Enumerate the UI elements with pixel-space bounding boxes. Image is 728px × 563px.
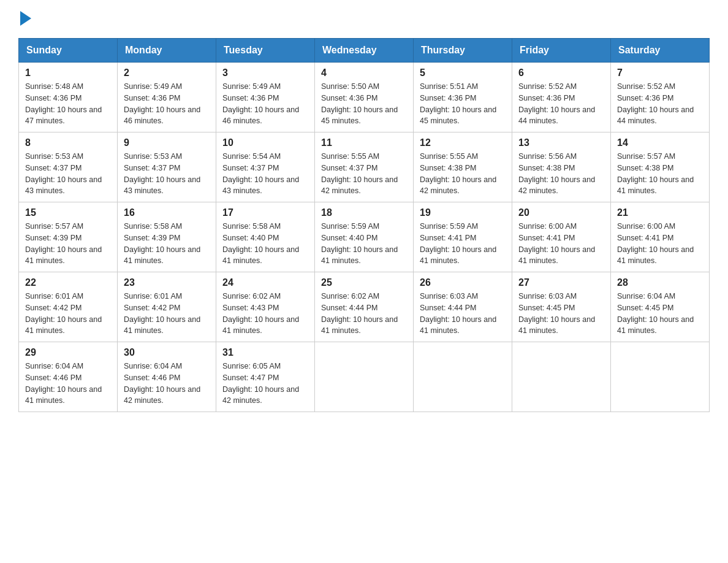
calendar-cell: 16Sunrise: 5:58 AMSunset: 4:39 PMDayligh…: [118, 202, 216, 272]
day-info: Sunrise: 5:49 AMSunset: 4:36 PMDaylight:…: [222, 81, 308, 127]
calendar-cell: 5Sunrise: 5:51 AMSunset: 4:36 PMDaylight…: [414, 63, 512, 132]
calendar-cell: 11Sunrise: 5:55 AMSunset: 4:37 PMDayligh…: [315, 132, 414, 202]
calendar-week-row: 8Sunrise: 5:53 AMSunset: 4:37 PMDaylight…: [19, 132, 710, 202]
calendar-cell: 25Sunrise: 6:02 AMSunset: 4:44 PMDayligh…: [315, 272, 414, 342]
day-number: 5: [420, 67, 506, 79]
day-info: Sunrise: 5:55 AMSunset: 4:37 PMDaylight:…: [321, 151, 407, 197]
calendar-cell: 23Sunrise: 6:01 AMSunset: 4:42 PMDayligh…: [118, 272, 216, 342]
calendar-week-row: 29Sunrise: 6:04 AMSunset: 4:46 PMDayligh…: [19, 342, 710, 412]
calendar-cell: [611, 342, 710, 412]
day-info: Sunrise: 6:02 AMSunset: 4:43 PMDaylight:…: [222, 291, 308, 337]
calendar-week-row: 22Sunrise: 6:01 AMSunset: 4:42 PMDayligh…: [19, 272, 710, 342]
day-number: 4: [321, 67, 407, 79]
day-number: 24: [222, 277, 308, 288]
day-info: Sunrise: 5:49 AMSunset: 4:36 PMDaylight:…: [124, 81, 210, 127]
day-number: 23: [124, 277, 210, 288]
calendar-table: SundayMondayTuesdayWednesdayThursdayFrid…: [18, 38, 710, 412]
calendar-cell: 22Sunrise: 6:01 AMSunset: 4:42 PMDayligh…: [19, 272, 118, 342]
day-info: Sunrise: 5:58 AMSunset: 4:40 PMDaylight:…: [222, 221, 308, 267]
calendar-cell: 30Sunrise: 6:04 AMSunset: 4:46 PMDayligh…: [118, 342, 216, 412]
day-number: 21: [617, 207, 703, 218]
day-number: 11: [321, 137, 407, 148]
calendar-cell: 4Sunrise: 5:50 AMSunset: 4:36 PMDaylight…: [315, 63, 414, 132]
calendar-cell: 24Sunrise: 6:02 AMSunset: 4:43 PMDayligh…: [216, 272, 315, 342]
calendar-cell: 27Sunrise: 6:03 AMSunset: 4:45 PMDayligh…: [512, 272, 611, 342]
day-number: 15: [25, 207, 111, 218]
column-header-monday: Monday: [118, 39, 216, 63]
calendar-cell: 29Sunrise: 6:04 AMSunset: 4:46 PMDayligh…: [19, 342, 118, 412]
column-header-sunday: Sunday: [19, 39, 118, 63]
column-header-friday: Friday: [512, 39, 611, 63]
day-info: Sunrise: 5:58 AMSunset: 4:39 PMDaylight:…: [124, 221, 210, 267]
calendar-cell: 12Sunrise: 5:55 AMSunset: 4:38 PMDayligh…: [414, 132, 512, 202]
day-number: 8: [25, 137, 111, 148]
day-number: 17: [222, 207, 308, 218]
day-number: 10: [222, 137, 308, 148]
calendar-cell: 8Sunrise: 5:53 AMSunset: 4:37 PMDaylight…: [19, 132, 118, 202]
day-number: 25: [321, 277, 407, 288]
day-info: Sunrise: 6:03 AMSunset: 4:44 PMDaylight:…: [420, 291, 506, 337]
column-header-wednesday: Wednesday: [315, 39, 414, 63]
page-header: [18, 12, 710, 26]
day-info: Sunrise: 5:56 AMSunset: 4:38 PMDaylight:…: [518, 151, 604, 197]
day-info: Sunrise: 6:04 AMSunset: 4:46 PMDaylight:…: [124, 361, 210, 407]
day-info: Sunrise: 5:51 AMSunset: 4:36 PMDaylight:…: [420, 81, 506, 127]
column-header-tuesday: Tuesday: [216, 39, 315, 63]
calendar-cell: 6Sunrise: 5:52 AMSunset: 4:36 PMDaylight…: [512, 63, 611, 132]
calendar-week-row: 15Sunrise: 5:57 AMSunset: 4:39 PMDayligh…: [19, 202, 710, 272]
calendar-cell: 21Sunrise: 6:00 AMSunset: 4:41 PMDayligh…: [611, 202, 710, 272]
day-info: Sunrise: 5:48 AMSunset: 4:36 PMDaylight:…: [25, 81, 111, 127]
calendar-cell: 19Sunrise: 5:59 AMSunset: 4:41 PMDayligh…: [414, 202, 512, 272]
day-number: 9: [124, 137, 210, 148]
calendar-cell: 20Sunrise: 6:00 AMSunset: 4:41 PMDayligh…: [512, 202, 611, 272]
day-number: 29: [25, 347, 111, 358]
calendar-cell: 28Sunrise: 6:04 AMSunset: 4:45 PMDayligh…: [611, 272, 710, 342]
calendar-cell: 14Sunrise: 5:57 AMSunset: 4:38 PMDayligh…: [611, 132, 710, 202]
calendar-cell: 9Sunrise: 5:53 AMSunset: 4:37 PMDaylight…: [118, 132, 216, 202]
day-info: Sunrise: 5:59 AMSunset: 4:40 PMDaylight:…: [321, 221, 407, 267]
day-info: Sunrise: 5:53 AMSunset: 4:37 PMDaylight:…: [25, 151, 111, 197]
day-info: Sunrise: 5:57 AMSunset: 4:39 PMDaylight:…: [25, 221, 111, 267]
calendar-cell: 7Sunrise: 5:52 AMSunset: 4:36 PMDaylight…: [611, 63, 710, 132]
day-info: Sunrise: 6:00 AMSunset: 4:41 PMDaylight:…: [518, 221, 604, 267]
day-info: Sunrise: 5:50 AMSunset: 4:36 PMDaylight:…: [321, 81, 407, 127]
day-number: 27: [518, 277, 604, 288]
column-header-thursday: Thursday: [414, 39, 512, 63]
calendar-cell: [315, 342, 414, 412]
day-number: 28: [617, 277, 703, 288]
day-info: Sunrise: 5:59 AMSunset: 4:41 PMDaylight:…: [420, 221, 506, 267]
calendar-cell: 3Sunrise: 5:49 AMSunset: 4:36 PMDaylight…: [216, 63, 315, 132]
day-number: 6: [518, 67, 604, 79]
logo: [18, 12, 31, 26]
day-info: Sunrise: 6:05 AMSunset: 4:47 PMDaylight:…: [222, 361, 308, 407]
calendar-cell: [512, 342, 611, 412]
day-number: 14: [617, 137, 703, 148]
day-number: 7: [617, 67, 703, 79]
day-info: Sunrise: 5:53 AMSunset: 4:37 PMDaylight:…: [124, 151, 210, 197]
day-number: 19: [420, 207, 506, 218]
calendar-week-row: 1Sunrise: 5:48 AMSunset: 4:36 PMDaylight…: [19, 63, 710, 132]
day-number: 2: [124, 67, 210, 79]
calendar-header-row: SundayMondayTuesdayWednesdayThursdayFrid…: [19, 39, 710, 63]
day-number: 16: [124, 207, 210, 218]
day-info: Sunrise: 5:55 AMSunset: 4:38 PMDaylight:…: [420, 151, 506, 197]
day-info: Sunrise: 6:00 AMSunset: 4:41 PMDaylight:…: [617, 221, 703, 267]
day-info: Sunrise: 6:04 AMSunset: 4:46 PMDaylight:…: [25, 361, 111, 407]
day-info: Sunrise: 5:57 AMSunset: 4:38 PMDaylight:…: [617, 151, 703, 197]
day-number: 26: [420, 277, 506, 288]
calendar-cell: 1Sunrise: 5:48 AMSunset: 4:36 PMDaylight…: [19, 63, 118, 132]
day-info: Sunrise: 5:52 AMSunset: 4:36 PMDaylight:…: [518, 81, 604, 127]
day-number: 12: [420, 137, 506, 148]
day-number: 22: [25, 277, 111, 288]
day-number: 1: [25, 67, 111, 79]
day-info: Sunrise: 6:04 AMSunset: 4:45 PMDaylight:…: [617, 291, 703, 337]
day-number: 31: [222, 347, 308, 358]
calendar-cell: [414, 342, 512, 412]
logo-arrow-icon: [20, 11, 31, 26]
calendar-cell: 18Sunrise: 5:59 AMSunset: 4:40 PMDayligh…: [315, 202, 414, 272]
column-header-saturday: Saturday: [611, 39, 710, 63]
day-info: Sunrise: 6:01 AMSunset: 4:42 PMDaylight:…: [25, 291, 111, 337]
day-number: 13: [518, 137, 604, 148]
day-info: Sunrise: 6:01 AMSunset: 4:42 PMDaylight:…: [124, 291, 210, 337]
day-number: 30: [124, 347, 210, 358]
